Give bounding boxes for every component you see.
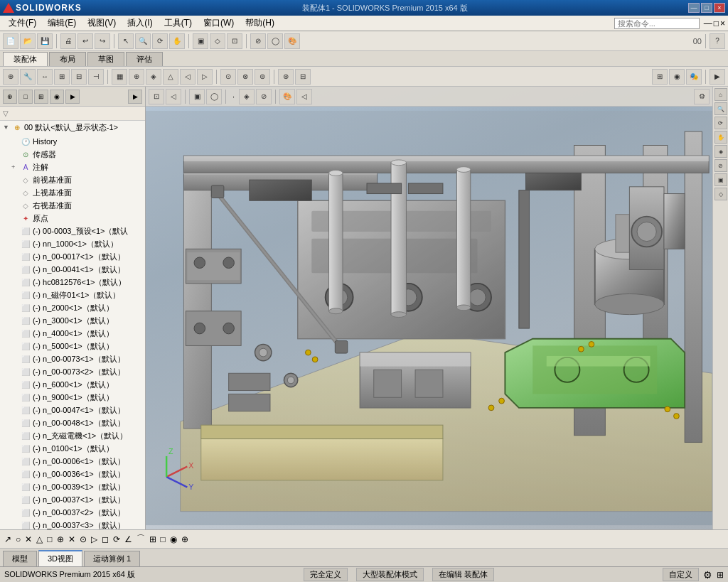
tree-item-n6000[interactable]: ⬜ (-) n_6000<1>（默认） xyxy=(0,378,145,391)
assy-tool2[interactable]: ⊕ xyxy=(129,69,144,85)
redo-btn[interactable]: ↪ xyxy=(95,33,110,49)
tab-sketch[interactable]: 草图 xyxy=(87,52,124,66)
status-gear-icon[interactable]: ⚙ xyxy=(703,569,712,581)
right-section-btn[interactable]: ⊘ xyxy=(714,159,727,172)
sim-btn[interactable]: ▶ xyxy=(710,69,725,85)
new-btn[interactable]: 📄 xyxy=(3,33,18,49)
dim-icon-8[interactable]: ⊙ xyxy=(80,534,87,544)
display-states-btn[interactable]: ▶ xyxy=(65,90,80,104)
zoom-btn[interactable]: 🔍 xyxy=(135,33,151,49)
panel-close-btn[interactable]: × xyxy=(720,18,725,28)
dim-icon-7[interactable]: ✕ xyxy=(68,534,75,544)
right-pan-btn[interactable]: ✋ xyxy=(714,131,727,144)
select-btn[interactable]: ↖ xyxy=(118,33,134,49)
status-large-asm[interactable]: 大型装配体模式 xyxy=(356,568,424,581)
tree-item-history[interactable]: 🕐 History xyxy=(0,135,145,148)
dim-icon-17[interactable]: ⊕ xyxy=(181,534,188,544)
vp-3d-views[interactable]: ◈ xyxy=(239,89,255,104)
tree-item-n00-0037-3[interactable]: ⬜ (-) n_00-0037<3>（默认） xyxy=(0,519,145,529)
assy-tool1[interactable]: ▦ xyxy=(112,69,127,85)
tree-item-n00-0073-2[interactable]: ⬜ (-) n_00-0073<2>（默认） xyxy=(0,365,145,378)
dim-icon-1[interactable]: ↗ xyxy=(4,534,11,544)
dim-icon-13[interactable]: ⌒ xyxy=(136,533,145,545)
dim-icon-12[interactable]: ∠ xyxy=(124,534,132,544)
dim-icon-6[interactable]: ⊕ xyxy=(57,534,64,544)
tree-item-n2000[interactable]: ⬜ (-) n_2000<1>（默认） xyxy=(0,301,145,314)
tree-item-n00-0036[interactable]: ⬜ (-) n_00-0036<1>（默认） xyxy=(0,468,145,480)
vp-settings[interactable]: ⚙ xyxy=(694,89,710,104)
tree-item-hc0812576[interactable]: ⬜ (-) hc0812576<1>（默认） xyxy=(0,276,145,289)
explode-line[interactable]: ⊟ xyxy=(295,69,311,85)
expand-panel-btn[interactable]: ▶ xyxy=(128,90,142,104)
close-button[interactable]: × xyxy=(714,3,725,13)
dim-icon-14[interactable]: ⊞ xyxy=(149,534,156,544)
panel-minimize-btn[interactable]: — xyxy=(704,18,712,28)
vp-appearance[interactable]: 🎨 xyxy=(279,89,295,104)
vp-section[interactable]: ⊘ xyxy=(256,89,272,104)
tree-item-origin[interactable]: ✦ 原点 xyxy=(0,212,145,225)
tree-item-n00-0037-2[interactable]: ⬜ (-) n_00-0037<2>（默认） xyxy=(0,506,145,519)
maximize-button[interactable]: □ xyxy=(701,3,712,13)
tree-item-n00-0073-1[interactable]: ⬜ (-) n_00-0073<1>（默认） xyxy=(0,352,145,365)
menu-view[interactable]: 视图(V) xyxy=(82,16,122,31)
tree-item-n00-0039[interactable]: ⬜ (-) n_00-0039<1>（默认） xyxy=(0,480,145,493)
tree-item-magnetic01[interactable]: ⬜ (-) n_磁停01<1>（默认） xyxy=(0,289,145,301)
render-options[interactable]: 🎭 xyxy=(686,69,702,85)
dim-icon-15[interactable]: □ xyxy=(161,534,166,544)
tree-item-charging-motor[interactable]: ⬜ (-) n_充磁電機<1>（默认） xyxy=(0,429,145,442)
dim-xpert-btn[interactable]: ◉ xyxy=(50,90,64,104)
undo-btn[interactable]: ↩ xyxy=(77,33,93,49)
appearances[interactable]: 🎨 xyxy=(284,33,300,49)
tree-item-annot[interactable]: + A 注解 xyxy=(0,161,145,173)
view-front[interactable]: ▣ xyxy=(193,33,208,49)
right-zoom-btn[interactable]: 🔍 xyxy=(714,102,727,115)
rotate-btn[interactable]: ⟳ xyxy=(152,33,168,49)
tree-item-n4000[interactable]: ⬜ (-) n_4000<1>（默认） xyxy=(0,327,145,340)
open-btn[interactable]: 📂 xyxy=(20,33,36,49)
tree-item-n9000[interactable]: ⬜ (-) n_9000<1>（默认） xyxy=(0,391,145,404)
clearance[interactable]: ⊜ xyxy=(255,69,270,85)
dim-icon-2[interactable]: ○ xyxy=(16,534,21,544)
save-btn[interactable]: 💾 xyxy=(37,33,53,49)
tree-item-n00-0047[interactable]: ⬜ (-) n_00-0047<1>（默认） xyxy=(0,404,145,416)
status-edit-mode[interactable]: 在编辑 装配体 xyxy=(432,568,494,581)
mate-btn[interactable]: ⊞ xyxy=(54,69,70,85)
mirror-btn[interactable]: ⊣ xyxy=(88,69,104,85)
interference[interactable]: ⊗ xyxy=(237,69,253,85)
status-expand-icon[interactable]: ⊞ xyxy=(717,570,724,580)
section-view[interactable]: ⊘ xyxy=(250,33,266,49)
status-fully-defined[interactable]: 完全定义 xyxy=(304,568,348,581)
tree-item-n00-0037-1[interactable]: ⬜ (-) n_00-0037<1>（默认） xyxy=(0,493,145,506)
feature-mgr-btn[interactable]: ⊕ xyxy=(3,90,17,104)
dim-icon-10[interactable]: ◻ xyxy=(102,534,109,544)
right-home-btn[interactable]: ⌂ xyxy=(714,88,727,101)
tree-item-nn1000[interactable]: ⬜ (-) nn_1000<1>（默认） xyxy=(0,237,145,250)
tree-item-00-0003[interactable]: ⬜ (-) 00-0003_预设<1>（默认 xyxy=(0,225,145,237)
config-mgr-btn[interactable]: ⊞ xyxy=(34,90,48,104)
hide-show[interactable]: ◯ xyxy=(267,33,283,49)
tree-item-top-plane[interactable]: ◇ 上视基准面 xyxy=(0,186,145,199)
view-fit[interactable]: ⊡ xyxy=(227,33,242,49)
smart-mate[interactable]: ⊙ xyxy=(220,69,236,85)
assy-tool6[interactable]: ▷ xyxy=(197,69,213,85)
tab-layout[interactable]: 布局 xyxy=(49,52,86,66)
vp-display-style[interactable]: ▣ xyxy=(189,89,205,104)
move-component[interactable]: ↔ xyxy=(37,69,53,85)
status-customize[interactable]: 自定义 xyxy=(663,568,699,581)
dim-icon-9[interactable]: ▷ xyxy=(91,534,97,544)
assy-tool3[interactable]: ◈ xyxy=(146,69,161,85)
tree-item-n00-0006[interactable]: ⬜ (-) n_00-0006<1>（默认） xyxy=(0,455,145,468)
right-rotate-btn[interactable]: ⟳ xyxy=(714,117,727,129)
tree-item-sensor[interactable]: ⊙ 传感器 xyxy=(0,148,145,161)
right-view-btn[interactable]: ◈ xyxy=(714,145,727,158)
pattern-btn[interactable]: ⊟ xyxy=(71,69,87,85)
menu-file[interactable]: 文件(F) xyxy=(3,16,42,31)
command-search[interactable] xyxy=(614,18,700,29)
vp-prev-view[interactable]: ◁ xyxy=(166,89,181,104)
tree-item-n0100[interactable]: ⬜ (-) n_0100<1>（默认） xyxy=(0,442,145,455)
vp-hide-show[interactable]: ◯ xyxy=(206,89,222,104)
menu-help[interactable]: 帮助(H) xyxy=(240,16,280,31)
menu-tools[interactable]: 工具(T) xyxy=(159,16,198,31)
tab-3dview[interactable]: 3D视图 xyxy=(38,550,82,566)
tab-assembly[interactable]: 装配体 xyxy=(3,52,48,66)
